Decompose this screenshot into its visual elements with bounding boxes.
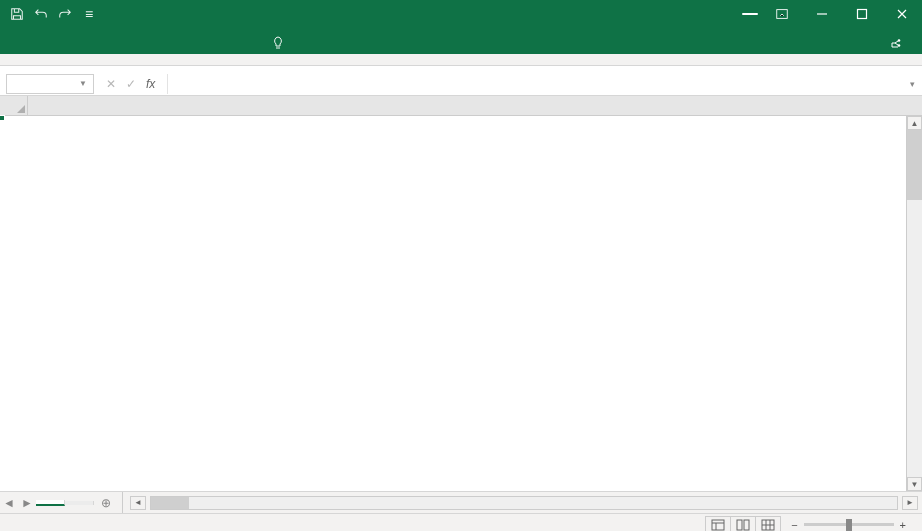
tab-nav-prev[interactable]: ◄: [0, 496, 18, 510]
expand-formula-icon[interactable]: ▾: [902, 79, 922, 89]
tab-data[interactable]: [148, 46, 176, 54]
svg-point-3: [898, 44, 901, 47]
tab-formulas[interactable]: [120, 46, 148, 54]
share-icon: [890, 38, 902, 50]
name-box[interactable]: ▼: [6, 74, 94, 94]
tab-help[interactable]: [232, 46, 260, 54]
tab-view[interactable]: [204, 46, 232, 54]
add-sheet-button[interactable]: ⊕: [94, 496, 118, 510]
zoom-out-icon[interactable]: −: [791, 519, 797, 531]
view-page-layout-icon[interactable]: [730, 516, 756, 532]
minimize-icon[interactable]: [802, 0, 842, 28]
fx-icon[interactable]: fx: [146, 77, 155, 91]
scroll-left-icon[interactable]: ◄: [130, 496, 146, 510]
formula-bar: ▼ ✕ ✓ fx ▾: [0, 72, 922, 96]
formula-buttons: ✕ ✓ fx: [94, 77, 167, 91]
grid: ▲ ▼: [0, 96, 922, 491]
tell-me-search[interactable]: [260, 32, 302, 54]
select-all-corner[interactable]: [0, 96, 28, 116]
tab-insert[interactable]: [64, 46, 92, 54]
view-normal-icon[interactable]: [705, 516, 731, 532]
ribbon-options-icon[interactable]: [762, 0, 802, 28]
titlebar: ≡: [0, 0, 922, 28]
svg-point-2: [898, 39, 901, 42]
svg-rect-1: [858, 10, 867, 19]
zoom-controls: − +: [781, 519, 922, 531]
svg-rect-6: [744, 520, 749, 530]
share-button[interactable]: [882, 34, 914, 54]
active-cell-outline: [0, 116, 4, 120]
redo-icon[interactable]: [54, 3, 76, 25]
vertical-scrollbar[interactable]: ▲ ▼: [906, 116, 922, 491]
undo-icon[interactable]: [30, 3, 52, 25]
cancel-icon[interactable]: ✕: [106, 77, 116, 91]
sheet-tabs: ◄ ► ⊕ ◄ ►: [0, 491, 922, 513]
zoom-slider[interactable]: [804, 523, 894, 526]
scroll-down-icon[interactable]: ▼: [907, 477, 922, 491]
window-buttons: [742, 0, 922, 28]
ribbon-body: [0, 54, 922, 66]
qat-customize-icon[interactable]: ≡: [78, 3, 100, 25]
statusbar: − +: [0, 513, 922, 531]
tab-home[interactable]: [36, 46, 64, 54]
login-button[interactable]: [742, 13, 758, 15]
sheet-tab-0[interactable]: [36, 500, 65, 506]
ribbon-tabs: [0, 28, 922, 54]
close-icon[interactable]: [882, 0, 922, 28]
horizontal-scrollbar[interactable]: ◄ ►: [126, 496, 922, 510]
quick-access-toolbar: ≡: [0, 3, 100, 25]
save-icon[interactable]: [6, 3, 28, 25]
tab-layout[interactable]: [92, 46, 120, 54]
svg-rect-4: [712, 520, 724, 530]
zoom-in-icon[interactable]: +: [900, 519, 906, 531]
scroll-thumb-v[interactable]: [907, 130, 922, 200]
maximize-icon[interactable]: [842, 0, 882, 28]
sheet-tab-1[interactable]: [65, 501, 94, 505]
enter-icon[interactable]: ✓: [126, 77, 136, 91]
tab-review[interactable]: [176, 46, 204, 54]
column-headers: [28, 96, 922, 116]
svg-rect-5: [737, 520, 742, 530]
lightbulb-icon: [272, 36, 284, 50]
scroll-up-icon[interactable]: ▲: [907, 116, 922, 130]
scroll-right-icon[interactable]: ►: [902, 496, 918, 510]
tab-file[interactable]: [8, 46, 36, 54]
scroll-thumb-h[interactable]: [151, 497, 189, 509]
chevron-down-icon[interactable]: ▼: [79, 79, 87, 88]
tab-nav-next[interactable]: ►: [18, 496, 36, 510]
view-page-break-icon[interactable]: [755, 516, 781, 532]
formula-input[interactable]: [167, 74, 902, 94]
view-buttons: [706, 516, 781, 532]
